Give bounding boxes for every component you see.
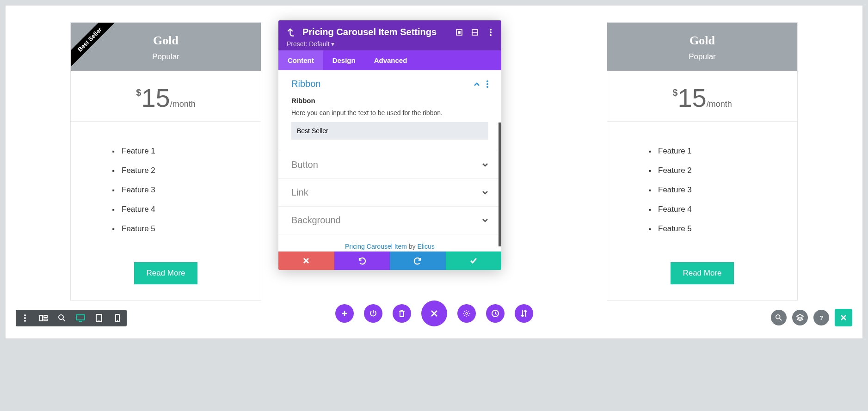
list-item: Feature 5 [122,224,242,233]
svg-line-17 [63,319,65,321]
phone-icon[interactable] [112,313,123,324]
list-item: Feature 5 [658,224,779,233]
builder-toolbar [335,301,533,326]
section-ribbon-title: Ribbon [291,79,320,89]
credit-by: by [407,243,418,250]
svg-point-4 [490,29,492,31]
price-amount: 15 [141,83,170,112]
section-background[interactable]: Background [278,207,501,234]
svg-point-6 [490,34,492,36]
list-item: Feature 3 [122,185,242,195]
card-subtitle: Popular [615,52,790,61]
history-button[interactable] [486,304,505,323]
list-item: Feature 1 [658,147,779,156]
ribbon-field-help: Here you can input the text to be used f… [291,109,488,117]
module-name-link[interactable]: Pricing Carousel Item [345,243,407,250]
panel-header: Pricing Carousel Item Settings Preset: D… [278,20,501,50]
svg-rect-13 [40,315,43,321]
author-link[interactable]: Elicus [418,243,435,250]
svg-rect-18 [76,315,85,320]
chevron-down-icon [482,163,488,167]
currency: $ [672,87,677,98]
cancel-button[interactable] [278,252,334,270]
price-row: $15/month [71,71,261,122]
pricing-card-right: Gold Popular $15/month Feature 1 Feature… [607,22,798,301]
price-row: $15/month [607,71,797,122]
zoom-icon[interactable] [56,313,68,324]
features-list: Feature 1 Feature 2 Feature 3 Feature 4 … [607,122,797,258]
svg-point-10 [24,314,26,316]
scrollbar-thumb[interactable] [499,123,501,246]
toolbar-more-icon[interactable] [19,313,31,324]
price-period: /month [707,99,732,109]
section-ribbon: Ribbon Ribbon Here you can input the tex… [278,70,501,151]
panel-title-row: Pricing Carousel Item Settings [287,27,495,37]
section-link[interactable]: Link [278,179,501,207]
section-button[interactable]: Button [278,151,501,179]
section-ribbon-header[interactable]: Ribbon [291,79,488,89]
expand-icon[interactable] [455,28,463,37]
chevron-up-icon[interactable] [474,82,480,86]
svg-point-11 [24,317,26,319]
price-amount: 15 [677,83,706,112]
search-help-icon[interactable] [771,310,787,325]
list-item: Feature 1 [122,147,242,156]
settings-button[interactable] [457,304,476,323]
read-more-button[interactable]: Read More [671,262,733,284]
tab-content[interactable]: Content [278,50,323,70]
undo-button[interactable] [334,252,390,270]
add-button[interactable] [335,304,354,323]
snap-icon[interactable] [471,28,479,37]
svg-text:?: ? [819,314,823,321]
tablet-icon[interactable] [93,313,105,324]
section-link-title: Link [291,187,308,198]
svg-point-9 [486,86,488,88]
svg-line-27 [780,319,782,320]
features-list: Feature 1 Feature 2 Feature 3 Feature 4 … [71,122,261,258]
currency: $ [136,87,141,98]
preset-label[interactable]: Preset: Default ▾ [287,40,495,48]
view-toolbar [16,310,127,326]
close-icon[interactable] [835,309,852,326]
card-header: Gold Popular [607,23,797,71]
more-icon[interactable] [486,28,495,37]
save-button[interactable] [446,252,502,270]
svg-point-26 [776,315,780,319]
layers-icon[interactable] [792,310,808,325]
list-item: Feature 4 [122,205,242,214]
section-background-title: Background [291,215,341,226]
svg-point-8 [486,83,488,85]
svg-point-12 [24,320,26,322]
back-icon[interactable] [287,28,295,37]
module-credit: Pricing Carousel Item by Elicus [278,234,501,252]
redo-button[interactable] [390,252,446,270]
svg-point-5 [490,31,492,33]
close-builder-button[interactable] [421,301,447,326]
power-button[interactable] [364,304,382,323]
section-more-icon[interactable] [486,80,488,88]
card-subtitle: Popular [78,52,253,61]
card-title: Gold [78,34,253,48]
svg-point-24 [466,313,468,314]
tab-advanced[interactable]: Advanced [365,50,417,70]
help-toolbar: ? [771,309,852,326]
svg-rect-14 [44,315,47,318]
trash-button[interactable] [393,304,411,323]
section-button-title: Button [291,159,318,170]
builder-canvas: Best Seller Gold Popular $15/month Featu… [6,6,862,338]
ribbon-input[interactable] [291,122,488,140]
tab-design[interactable]: Design [323,50,365,70]
list-item: Feature 2 [658,166,779,175]
svg-rect-1 [458,31,460,33]
ribbon-field-label: Ribbon [291,97,488,104]
chevron-down-icon [482,190,488,195]
svg-point-16 [59,315,63,319]
list-item: Feature 4 [658,205,779,214]
settings-panel: Pricing Carousel Item Settings Preset: D… [278,20,501,270]
wireframe-icon[interactable] [38,313,49,324]
desktop-icon[interactable] [75,313,86,324]
card-title: Gold [615,34,790,48]
read-more-button[interactable]: Read More [134,262,197,284]
help-icon[interactable]: ? [813,310,829,325]
sort-button[interactable] [515,304,533,323]
